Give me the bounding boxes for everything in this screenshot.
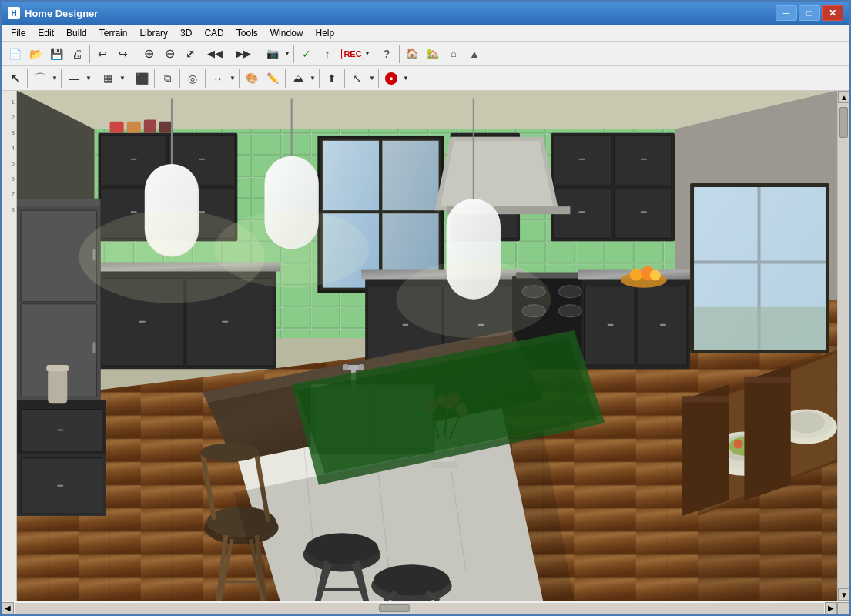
menu-file[interactable]: File (5, 26, 32, 40)
dimension-dropdown-arrow[interactable]: ▼ (229, 69, 236, 89)
svg-point-106 (343, 364, 349, 370)
sep-t2-1 (27, 69, 28, 88)
elevation-button[interactable]: 🏡 (423, 44, 443, 64)
open-button[interactable]: 📂 (25, 44, 45, 64)
sep2 (136, 45, 136, 63)
menu-cad[interactable]: CAD (198, 26, 230, 40)
svg-point-142 (200, 444, 259, 462)
record-dropdown[interactable]: ▼ (364, 44, 371, 64)
toolbar-row-1: 📄 📂 💾 🖨 ↩ ↪ ⊕ ⊖ ⤢ ◀◀ ▶▶ 📷 ▼ ✓ ↑ REC ▼ ? … (2, 42, 849, 66)
sep7 (399, 45, 400, 63)
camera-dropdown-arrow[interactable]: ▼ (283, 44, 291, 64)
menu-library[interactable]: Library (133, 26, 174, 40)
svg-rect-178 (57, 430, 63, 431)
fit-button[interactable]: ⤢ (180, 44, 200, 64)
paint-tool[interactable]: ✏️ (263, 69, 283, 89)
print-button[interactable]: 🖨 (67, 44, 87, 64)
camera-button[interactable]: 📷 (263, 44, 283, 64)
undo-button[interactable]: ↩ (92, 44, 112, 64)
new-button[interactable]: 📄 (5, 44, 25, 64)
scrollbar-thumb-right[interactable] (839, 107, 848, 138)
wall-dropdown[interactable]: ▼ (119, 69, 126, 89)
line-tool[interactable]: — (64, 69, 84, 89)
redo-button[interactable]: ↪ (113, 44, 133, 64)
svg-rect-87 (694, 307, 826, 350)
svg-rect-64 (402, 324, 408, 326)
menu-help[interactable]: Help (309, 26, 340, 40)
menu-bar: File Edit Build Terrain Library 3D CAD T… (2, 25, 849, 42)
select-tool[interactable]: ↖ (5, 69, 25, 89)
minimize-button[interactable]: ─ (776, 5, 797, 21)
svg-rect-46 (641, 159, 647, 160)
library-tool[interactable]: ◎ (183, 69, 203, 89)
arrow-up-button[interactable]: ↑ (317, 44, 337, 64)
scroll-left-button[interactable]: ◀ (2, 602, 14, 614)
menu-terrain[interactable]: Terrain (93, 26, 134, 40)
menu-tools[interactable]: Tools (230, 26, 264, 40)
scrollbar-track-bottom[interactable] (15, 603, 824, 614)
svg-rect-56 (222, 321, 228, 323)
terrain-dropdown-arrow[interactable]: ▼ (309, 69, 317, 89)
fill-tool[interactable]: 🎨 (242, 69, 262, 89)
svg-point-107 (358, 364, 364, 370)
text-tool[interactable]: ⬆ (322, 69, 342, 89)
exterior-button[interactable]: 🏠 (402, 44, 422, 64)
room-tool[interactable]: ⬛ (132, 69, 152, 89)
maximize-button[interactable]: □ (799, 5, 820, 21)
transform-tool[interactable]: ⤡ (347, 69, 367, 89)
zoom-out-button[interactable]: ⊖ (159, 44, 179, 64)
transform-dropdown[interactable]: ▼ (368, 69, 376, 89)
transform-dropdown-arrow[interactable]: ▼ (368, 69, 376, 89)
svg-rect-21 (131, 211, 137, 213)
scrollbar-right[interactable]: ▲ ▼ (837, 91, 849, 601)
menu-build[interactable]: Build (60, 26, 93, 40)
sep1 (89, 45, 90, 63)
structure-button[interactable]: ▲ (464, 44, 484, 64)
help-button[interactable]: ? (377, 44, 397, 64)
scroll-down-button[interactable]: ▼ (838, 588, 849, 601)
line-dropdown[interactable]: ▼ (85, 69, 92, 89)
title-bar: H Home Designer ─ □ ✕ (2, 2, 849, 25)
record-dropdown-arrow[interactable]: ▼ (364, 44, 371, 64)
record-button[interactable]: REC (343, 44, 363, 64)
camera-dropdown[interactable]: ▼ (283, 44, 291, 64)
zoom-in-button[interactable]: ⊕ (139, 44, 159, 64)
canvas-area[interactable] (17, 91, 837, 601)
line-dropdown-arrow[interactable]: ▼ (85, 69, 92, 89)
arc-dropdown[interactable]: ▼ (51, 69, 59, 89)
arc-tool[interactable]: ⌒ (30, 69, 50, 89)
arc-dropdown-arrow[interactable]: ▼ (51, 69, 59, 89)
video-record-dropdown[interactable]: ▼ (402, 69, 410, 89)
next-view-button[interactable]: ▶▶ (230, 44, 257, 64)
scrollbar-track-right[interactable] (838, 103, 849, 588)
video-record-tool[interactable]: ● (381, 69, 401, 89)
svg-rect-26 (144, 120, 156, 133)
check-button[interactable]: ✓ (297, 44, 317, 64)
svg-marker-49 (441, 141, 554, 206)
scrollbar-thumb-bottom[interactable] (379, 604, 410, 612)
wall-tool[interactable]: ▦ (98, 69, 118, 89)
menu-window[interactable]: Window (264, 26, 310, 40)
scroll-right-button[interactable]: ▶ (825, 602, 837, 614)
dimension-tool[interactable]: ↔ (208, 69, 228, 89)
menu-3d[interactable]: 3D (174, 26, 198, 40)
sep3 (260, 45, 260, 63)
svg-rect-180 (48, 369, 67, 403)
svg-rect-179 (57, 485, 63, 487)
wall-dropdown-arrow[interactable]: ▼ (119, 69, 126, 89)
scroll-up-button[interactable]: ▲ (838, 91, 849, 103)
dimension-dropdown[interactable]: ▼ (229, 69, 236, 89)
video-record-dropdown-arrow[interactable]: ▼ (402, 69, 410, 89)
sep-t2-11 (344, 69, 345, 88)
sep-t2-10 (319, 69, 320, 88)
floor-plan-button[interactable]: ⌂ (444, 44, 464, 64)
save-button[interactable]: 💾 (46, 44, 66, 64)
terrain-dropdown[interactable]: ▼ (309, 69, 317, 89)
close-button[interactable]: ✕ (822, 5, 843, 21)
svg-rect-31 (379, 141, 382, 288)
prev-view-button[interactable]: ◀◀ (201, 44, 229, 64)
terrain-tool[interactable]: ⛰ (288, 69, 308, 89)
menu-edit[interactable]: Edit (32, 26, 60, 40)
svg-rect-24 (110, 122, 124, 133)
cabinet-tool[interactable]: ⧉ (157, 69, 177, 89)
